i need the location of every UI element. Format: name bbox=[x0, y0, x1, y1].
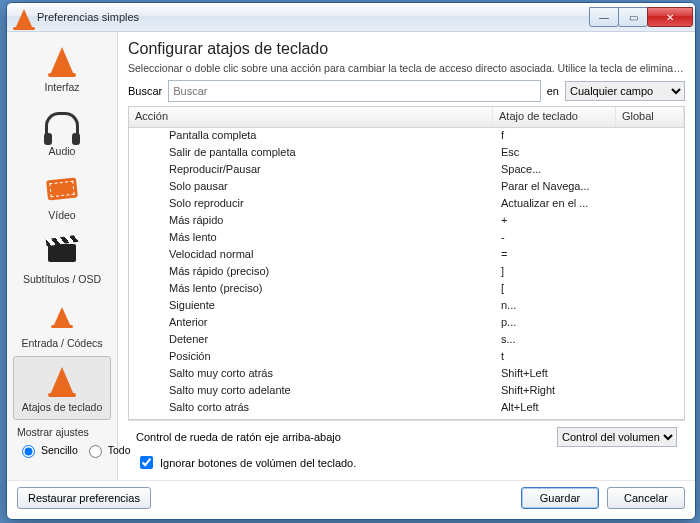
search-scope-select[interactable]: Cualquier campo bbox=[565, 81, 685, 101]
sidebar-label: Atajos de teclado bbox=[22, 401, 103, 413]
table-row[interactable]: Salto muy corto adelanteShift+Right bbox=[129, 383, 684, 400]
cell-action: Salir de pantalla completa bbox=[129, 145, 495, 162]
cell-hotkey: + bbox=[495, 213, 617, 230]
cell-global bbox=[617, 145, 684, 162]
page-heading: Configurar atajos de teclado bbox=[128, 40, 685, 58]
cell-action: Salto corto atrás bbox=[129, 400, 495, 417]
search-input[interactable] bbox=[168, 80, 541, 102]
cell-global bbox=[617, 349, 684, 366]
table-row[interactable]: Salto corto adelanteAlt+Right bbox=[129, 417, 684, 419]
cell-action: Anterior bbox=[129, 315, 495, 332]
in-label: en bbox=[547, 85, 559, 97]
help-text: Seleccionar o doble clic sobre una acció… bbox=[128, 62, 685, 74]
cell-hotkey: n... bbox=[495, 298, 617, 315]
cell-hotkey: = bbox=[495, 247, 617, 264]
category-sidebar: Interfaz Audio Vídeo Subtítulos / OSD En… bbox=[7, 32, 118, 480]
sidebar-item-input[interactable]: Entrada / Códecs bbox=[13, 292, 111, 356]
cone-icon bbox=[41, 363, 83, 399]
cell-hotkey: s... bbox=[495, 332, 617, 349]
button-bar: Restaurar preferencias Guardar Cancelar bbox=[7, 480, 695, 519]
cell-action: Salto muy corto adelante bbox=[129, 383, 495, 400]
col-action[interactable]: Acción bbox=[129, 107, 493, 127]
cell-hotkey: Alt+Left bbox=[495, 400, 617, 417]
hotkeys-table: Acción Atajo de teclado Global Pantalla … bbox=[128, 106, 685, 420]
cell-global bbox=[617, 281, 684, 298]
headphones-icon bbox=[41, 107, 83, 143]
content-pane: Configurar atajos de teclado Seleccionar… bbox=[118, 32, 695, 480]
cell-global bbox=[617, 264, 684, 281]
cell-action: Más lento (preciso) bbox=[129, 281, 495, 298]
table-row[interactable]: Más lento (preciso)[ bbox=[129, 281, 684, 298]
col-hotkey[interactable]: Atajo de teclado bbox=[493, 107, 616, 127]
table-body[interactable]: Pantalla completafSalir de pantalla comp… bbox=[129, 128, 684, 419]
radio-simple-input[interactable] bbox=[22, 445, 35, 458]
cell-action: Siguiente bbox=[129, 298, 495, 315]
cell-global bbox=[617, 128, 684, 145]
cell-action: Detener bbox=[129, 332, 495, 349]
cell-action: Posición bbox=[129, 349, 495, 366]
sidebar-item-hotkeys[interactable]: Atajos de teclado bbox=[13, 356, 111, 420]
cell-global bbox=[617, 417, 684, 419]
cell-global bbox=[617, 247, 684, 264]
sidebar-item-subtitles[interactable]: Subtítulos / OSD bbox=[13, 228, 111, 292]
app-icon bbox=[15, 9, 31, 25]
reset-button[interactable]: Restaurar preferencias bbox=[17, 487, 151, 509]
minimize-button[interactable]: — bbox=[589, 7, 619, 27]
cell-global bbox=[617, 230, 684, 247]
table-row[interactable]: Solo reproducirActualizar en el ... bbox=[129, 196, 684, 213]
table-header: Acción Atajo de teclado Global bbox=[129, 107, 684, 128]
cell-global bbox=[617, 366, 684, 383]
sidebar-item-audio[interactable]: Audio bbox=[13, 100, 111, 164]
cone-icon bbox=[41, 43, 83, 79]
cancel-button[interactable]: Cancelar bbox=[607, 487, 685, 509]
radio-all-input[interactable] bbox=[89, 445, 102, 458]
maximize-button[interactable]: ▭ bbox=[618, 7, 648, 27]
sidebar-label: Vídeo bbox=[48, 209, 75, 221]
search-label: Buscar bbox=[128, 85, 162, 97]
ignore-volume-checkbox[interactable] bbox=[140, 456, 153, 469]
cell-action: Solo reproducir bbox=[129, 196, 495, 213]
close-button[interactable]: ✕ bbox=[647, 7, 693, 27]
table-row[interactable]: Más rápido+ bbox=[129, 213, 684, 230]
sidebar-item-video[interactable]: Vídeo bbox=[13, 164, 111, 228]
table-row[interactable]: Más lento- bbox=[129, 230, 684, 247]
col-global[interactable]: Global bbox=[616, 107, 684, 127]
cell-global bbox=[617, 315, 684, 332]
table-row[interactable]: Salto muy corto atrásShift+Left bbox=[129, 366, 684, 383]
sidebar-label: Audio bbox=[49, 145, 76, 157]
cell-hotkey: ] bbox=[495, 264, 617, 281]
table-row[interactable]: Velocidad normal= bbox=[129, 247, 684, 264]
cell-hotkey: f bbox=[495, 128, 617, 145]
cell-action: Velocidad normal bbox=[129, 247, 495, 264]
cell-global bbox=[617, 383, 684, 400]
cell-global bbox=[617, 179, 684, 196]
window-title: Preferencias simples bbox=[37, 11, 590, 23]
radio-simple[interactable]: Sencillo bbox=[17, 442, 78, 458]
ignore-volume-check[interactable]: Ignorar botones de volúmen del teclado. bbox=[128, 449, 685, 480]
table-row[interactable]: Posiciónt bbox=[129, 349, 684, 366]
table-row[interactable]: Anteriorp... bbox=[129, 315, 684, 332]
table-row[interactable]: Deteners... bbox=[129, 332, 684, 349]
cell-action: Reproducir/Pausar bbox=[129, 162, 495, 179]
sidebar-label: Entrada / Códecs bbox=[21, 337, 102, 349]
cell-global bbox=[617, 298, 684, 315]
cell-hotkey: Shift+Right bbox=[495, 383, 617, 400]
wheel-select[interactable]: Control del volumen bbox=[557, 427, 677, 447]
save-button[interactable]: Guardar bbox=[521, 487, 599, 509]
cell-hotkey: Parar el Navega... bbox=[495, 179, 617, 196]
table-row[interactable]: Reproducir/PausarSpace... bbox=[129, 162, 684, 179]
table-row[interactable]: Salir de pantalla completaEsc bbox=[129, 145, 684, 162]
table-row[interactable]: Más rápido (preciso)] bbox=[129, 264, 684, 281]
table-row[interactable]: Pantalla completaf bbox=[129, 128, 684, 145]
clapper-icon bbox=[41, 235, 83, 271]
cell-hotkey: t bbox=[495, 349, 617, 366]
table-row[interactable]: Siguienten... bbox=[129, 298, 684, 315]
table-row[interactable]: Salto corto atrásAlt+Left bbox=[129, 400, 684, 417]
cell-action: Pantalla completa bbox=[129, 128, 495, 145]
cell-action: Salto muy corto atrás bbox=[129, 366, 495, 383]
sidebar-item-interface[interactable]: Interfaz bbox=[13, 36, 111, 100]
table-row[interactable]: Solo pausarParar el Navega... bbox=[129, 179, 684, 196]
titlebar[interactable]: Preferencias simples — ▭ ✕ bbox=[7, 3, 695, 32]
cell-hotkey: - bbox=[495, 230, 617, 247]
sidebar-label: Subtítulos / OSD bbox=[23, 273, 101, 285]
